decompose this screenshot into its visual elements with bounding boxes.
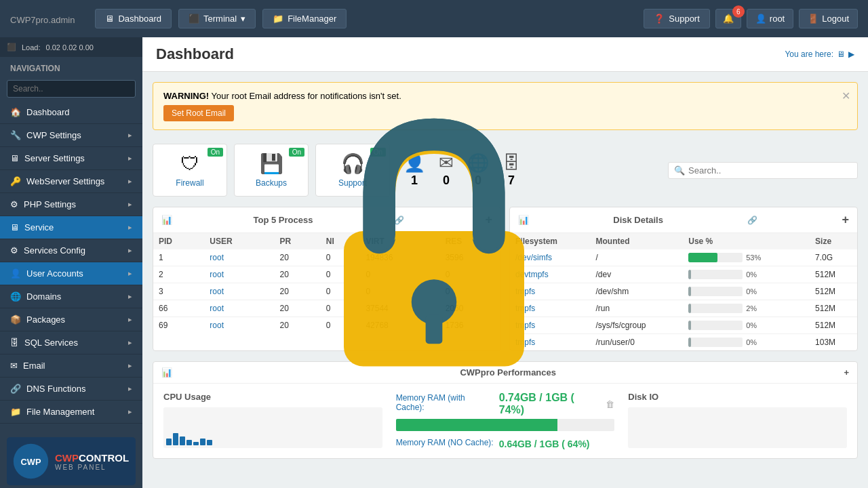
logout-icon: 🚪 bbox=[808, 14, 818, 24]
add-disk-button[interactable]: + bbox=[842, 213, 849, 227]
top5-process-panel: 📊 Top 5 Process 🔗 + PID USER PR NI VIRT … bbox=[153, 207, 501, 351]
sidebar-item-dashboard[interactable]: 🏠 Dashboard bbox=[0, 101, 142, 124]
table-row: tmpfs /run/user/0 0% 103M bbox=[510, 334, 857, 351]
warning-banner: WARNING! Your root Email address for not… bbox=[153, 82, 858, 130]
sidebar-item-sql-services[interactable]: 🗄 SQL Services ▸ bbox=[0, 331, 142, 354]
sidebar-item-domains[interactable]: 🌐 Domains ▸ bbox=[0, 285, 142, 308]
nav-label: Navigation bbox=[0, 57, 142, 77]
folder-icon: 📁 bbox=[273, 14, 283, 24]
trash-icon[interactable]: 🗑 bbox=[606, 399, 614, 409]
support-nav-button[interactable]: ❓ Support bbox=[644, 9, 710, 28]
panels-row: 📊 Top 5 Process 🔗 + PID USER PR NI VIRT … bbox=[142, 200, 868, 358]
memory2-label-row: Memory RAM (NO Cache): 0.64GB / 1GB ( 64… bbox=[396, 438, 615, 450]
svg-text:CWP: CWP bbox=[21, 457, 41, 467]
disk-header: 📊 Disk Details 🔗 + bbox=[510, 207, 857, 233]
domains-stat-icon: 🌐 bbox=[467, 152, 489, 174]
mail-stat-icon: ✉ bbox=[439, 152, 454, 174]
sidebar-item-services-config[interactable]: ⚙ Services Config ▸ bbox=[0, 239, 142, 262]
breadcrumb: You are here: 🖥 ▶ bbox=[785, 49, 854, 59]
sidebar-search-input[interactable] bbox=[7, 80, 136, 98]
mounted-header: Mounted bbox=[591, 233, 684, 249]
use-header: Use % bbox=[683, 233, 810, 249]
table-row: tmpfs /sys/fs/cgroup 0% 512M bbox=[510, 317, 857, 334]
arrow-icon: ▸ bbox=[128, 200, 132, 209]
disk-details-panel: 📊 Disk Details 🔗 + Filesystem Mounted Us… bbox=[509, 207, 858, 351]
table-row: devtmpfs /dev 0% 512M bbox=[510, 266, 857, 283]
set-root-email-button[interactable]: Set Root Email bbox=[163, 105, 234, 121]
memory-col: Memory RAM (with Cache): 0.74GB / 1GB ( … bbox=[396, 392, 615, 450]
dns-icon: 🔗 bbox=[10, 384, 21, 394]
sidebar-item-cwp-settings[interactable]: 🔧 CWP Settings ▸ bbox=[0, 124, 142, 147]
notifications-badge: 6 bbox=[732, 5, 745, 18]
monitor-icon: 🖥 bbox=[105, 14, 114, 24]
mail-stat-count: 0 bbox=[443, 174, 450, 188]
sidebar-search-container bbox=[0, 77, 142, 101]
content-search-bar: 🔍 bbox=[668, 162, 858, 179]
sidebar-item-service-ssh[interactable]: 🖥 Service ▸ bbox=[0, 216, 142, 239]
arrow-icon: ▸ bbox=[128, 269, 132, 278]
table-row: 3root20000 bbox=[153, 283, 500, 300]
user-button[interactable]: 👤 root bbox=[747, 9, 793, 28]
sidebar: ⬛ Load: 0.02 0.02 0.00 Navigation 🏠 Dash… bbox=[0, 37, 142, 488]
dashboard-nav-button[interactable]: 🖥 Dashboard bbox=[95, 9, 172, 28]
diskio-chart bbox=[628, 407, 847, 448]
sidebar-item-email[interactable]: ✉ Email ▸ bbox=[0, 354, 142, 378]
add-perf-button[interactable]: + bbox=[844, 367, 849, 378]
arrow-icon: ▸ bbox=[128, 246, 132, 255]
on-badge: On bbox=[289, 148, 304, 157]
res-header: RES bbox=[440, 233, 500, 249]
terminal-nav-button[interactable]: ⬛ Terminal ▾ bbox=[178, 9, 256, 28]
table-row: /dev/simfs / 53% 7.0G bbox=[510, 249, 857, 266]
backups-icon: 💾 bbox=[260, 152, 283, 175]
filemanager-nav-button[interactable]: 📁 FileManager bbox=[262, 9, 347, 28]
diskio-col: Disk IO bbox=[628, 392, 847, 450]
content-search-input[interactable] bbox=[688, 165, 837, 176]
sidebar-item-user-accounts[interactable]: 👤 User Accounts ▸ bbox=[0, 262, 142, 285]
backups-label: Backups bbox=[256, 178, 287, 188]
sidebar-item-webserver-settings[interactable]: 🔑 WebServer Settings ▸ bbox=[0, 170, 142, 193]
arrow-icon: ▸ bbox=[128, 177, 132, 186]
add-process-button[interactable]: + bbox=[485, 213, 492, 227]
perf-body: CPU Usage Memory RAM bbox=[153, 384, 857, 458]
domains-icon: 🌐 bbox=[10, 291, 21, 302]
arrow-icon: ▸ bbox=[128, 384, 132, 393]
memory-bar bbox=[396, 419, 615, 431]
mail-stat: ✉ 0 bbox=[439, 152, 454, 188]
logout-button[interactable]: 🚪 Logout bbox=[799, 9, 858, 28]
search-icon: 🔍 bbox=[674, 165, 685, 176]
disk-chart-icon: 📊 bbox=[518, 215, 529, 225]
pr-header: PR bbox=[275, 233, 321, 249]
close-icon[interactable]: ✕ bbox=[842, 89, 850, 102]
config-icon: ⚙ bbox=[10, 245, 18, 256]
on-badge: On bbox=[208, 148, 223, 157]
notifications-button[interactable]: 🔔 6 bbox=[715, 9, 741, 28]
support-icon: ❓ bbox=[654, 14, 665, 24]
home-icon: 🏠 bbox=[10, 107, 21, 117]
content-header: Dashboard You are here: 🖥 ▶ bbox=[142, 37, 868, 72]
virt-header: VIRT bbox=[360, 233, 439, 249]
nav-right: ❓ Support 🔔 6 👤 root 🚪 Logout bbox=[644, 9, 858, 28]
users-stat-count: 1 bbox=[411, 174, 418, 188]
sidebar-item-file-management[interactable]: 📁 File Management ▸ bbox=[0, 401, 142, 424]
ni-header: NI bbox=[321, 233, 361, 249]
content-search-container: 🔍 bbox=[668, 162, 858, 179]
sidebar-item-server-settings[interactable]: 🖥 Server Settings ▸ bbox=[0, 147, 142, 170]
domains-stat: 🌐 0 bbox=[467, 152, 489, 188]
users-stat-icon: 👤 bbox=[403, 152, 425, 174]
cwp-logo-icon: CWP bbox=[12, 443, 50, 480]
ssh-icon: 🖥 bbox=[10, 222, 19, 232]
memory2-value: 0.64GB / 1GB ( 64%) bbox=[499, 439, 590, 449]
databases-stat-icon: 🗄 bbox=[502, 152, 520, 174]
cpu-chart bbox=[163, 407, 382, 448]
arrow-icon: ▸ bbox=[128, 361, 132, 370]
sidebar-item-php-settings[interactable]: ⚙ PHP Settings ▸ bbox=[0, 193, 142, 216]
user-header: USER bbox=[204, 233, 274, 249]
sidebar-item-packages[interactable]: 📦 Packages ▸ bbox=[0, 308, 142, 331]
packages-icon: 📦 bbox=[10, 314, 21, 325]
user-accounts-icon: 👤 bbox=[10, 268, 21, 279]
file-icon: 📁 bbox=[10, 407, 21, 417]
support-widget: On 🎧 Support bbox=[315, 144, 390, 197]
databases-stat-count: 7 bbox=[508, 174, 515, 188]
sidebar-item-dns-functions[interactable]: 🔗 DNS Functions ▸ bbox=[0, 378, 142, 401]
table-row: tmpfs /dev/shm 0% 512M bbox=[510, 283, 857, 300]
